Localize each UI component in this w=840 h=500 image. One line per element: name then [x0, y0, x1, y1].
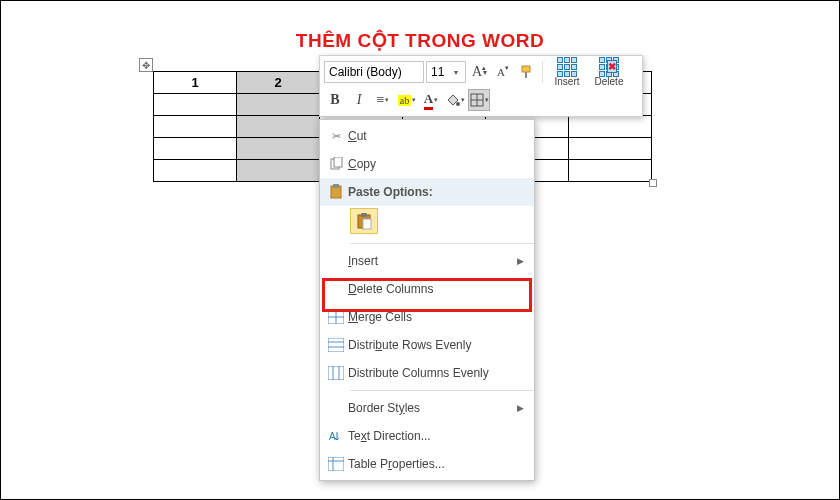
font-size-combo[interactable]: ▾ [426, 61, 466, 83]
copy-icon [324, 157, 348, 171]
chevron-right-icon: ▶ [517, 256, 524, 266]
scissors-icon: ✂ [324, 130, 348, 143]
svg-rect-11 [361, 213, 367, 217]
context-menu: ✂ Cut Copy Paste Options: Insert ▶ Delet… [319, 119, 535, 481]
mini-toolbar: ▾ ▾ A▴ A▾ Insert ✖ Delete B I ≡▾ ab▾ A▾ [319, 55, 643, 117]
shading-button[interactable]: ▾ [444, 89, 466, 111]
clipboard-icon [324, 184, 348, 200]
menu-border-styles[interactable]: Border Styles ▶ [320, 394, 534, 422]
delete-label: Delete [595, 76, 624, 87]
italic-button[interactable]: I [348, 89, 370, 111]
cell[interactable]: 2 [237, 72, 320, 94]
menu-cut[interactable]: ✂ Cut [320, 122, 534, 150]
menu-insert[interactable]: Insert ▶ [320, 247, 534, 275]
svg-rect-16 [328, 338, 344, 352]
page-title: THÊM CỘT TRONG WORD [1, 29, 839, 52]
paintbrush-icon [519, 64, 535, 80]
menu-copy[interactable]: Copy [320, 150, 534, 178]
menu-distribute-rows[interactable]: Distribute Rows Evenly [320, 331, 534, 359]
menu-paste-options: Paste Options: [320, 178, 534, 206]
font-name-combo[interactable]: ▾ [324, 61, 424, 83]
menu-delete-columns[interactable]: Delete Columns [320, 275, 534, 303]
svg-rect-12 [363, 219, 371, 229]
svg-rect-9 [333, 184, 339, 188]
delete-button[interactable]: ✖ Delete [589, 57, 629, 87]
distribute-rows-icon [324, 338, 348, 352]
svg-text:A: A [329, 431, 336, 442]
menu-merge-cells[interactable]: Merge Cells [320, 303, 534, 331]
align-icon: ≡ [377, 92, 385, 108]
paste-keep-formatting-button[interactable] [350, 208, 378, 234]
svg-rect-0 [522, 66, 530, 72]
chevron-down-icon[interactable]: ▾ [449, 68, 463, 77]
table-properties-icon [324, 457, 348, 471]
cell[interactable]: 1 [154, 72, 237, 94]
distribute-cols-icon [324, 366, 348, 380]
svg-rect-1 [525, 72, 527, 78]
table-move-handle[interactable]: ✥ [139, 58, 153, 72]
format-painter-button[interactable] [516, 61, 538, 83]
menu-table-properties[interactable]: Table Properties... [320, 450, 534, 478]
svg-rect-19 [328, 366, 344, 380]
font-size-input[interactable] [427, 62, 449, 82]
align-button[interactable]: ≡▾ [372, 89, 394, 111]
borders-button[interactable]: ▾ [468, 89, 490, 111]
insert-button[interactable]: Insert [547, 57, 587, 87]
font-color-button[interactable]: A▾ [420, 89, 442, 111]
menu-separator [350, 243, 534, 244]
grid-icon [470, 93, 484, 107]
menu-text-direction[interactable]: A Text Direction... [320, 422, 534, 450]
svg-rect-23 [328, 457, 344, 471]
highlight-button[interactable]: ab▾ [396, 89, 418, 111]
bucket-icon [446, 93, 460, 107]
svg-rect-7 [334, 157, 342, 167]
bold-button[interactable]: B [324, 89, 346, 111]
chevron-right-icon: ▶ [517, 403, 524, 413]
menu-distribute-columns[interactable]: Distribute Columns Evenly [320, 359, 534, 387]
clipboard-icon [356, 212, 372, 230]
merge-icon [324, 310, 348, 324]
table-resize-handle[interactable] [649, 179, 657, 187]
paste-options-row [320, 206, 534, 240]
insert-label: Insert [554, 76, 579, 87]
grow-font-button[interactable]: A▴ [468, 61, 490, 83]
menu-separator [350, 390, 534, 391]
shrink-font-button[interactable]: A▾ [492, 61, 514, 83]
text-direction-icon: A [324, 429, 348, 443]
